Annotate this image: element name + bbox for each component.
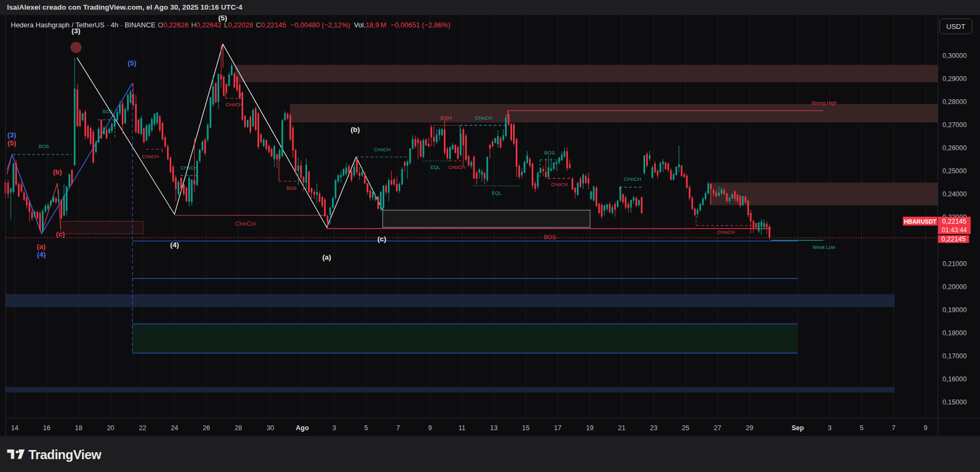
svg-text:01:43:44: 01:43:44 (942, 226, 967, 234)
svg-text:Hedera Hashgraph / TetherUS ·: Hedera Hashgraph / TetherUS · 4h · BINAN… (11, 21, 450, 29)
svg-text:23: 23 (650, 424, 657, 432)
svg-text:11: 11 (458, 424, 465, 432)
svg-text:BOS: BOS (286, 186, 296, 191)
svg-text:(a): (a) (36, 242, 46, 250)
svg-text:7: 7 (396, 424, 400, 432)
svg-text:0,21000: 0,21000 (942, 260, 967, 268)
svg-text:(4): (4) (170, 241, 179, 249)
svg-text:5: 5 (860, 424, 864, 432)
svg-text:9: 9 (428, 424, 432, 432)
svg-text:EQH: EQH (441, 115, 452, 121)
svg-text:15: 15 (522, 424, 530, 432)
svg-text:0,25000: 0,25000 (942, 167, 967, 175)
svg-text:0,26000: 0,26000 (942, 144, 967, 152)
svg-text:0,24000: 0,24000 (942, 190, 967, 198)
svg-text:(4): (4) (37, 250, 46, 259)
svg-text:(b): (b) (53, 168, 62, 176)
svg-text:CHoCH: CHoCH (475, 115, 493, 121)
svg-text:22: 22 (139, 424, 147, 432)
svg-text:0,27000: 0,27000 (942, 121, 967, 129)
svg-text:CHoCH: CHoCH (717, 229, 735, 235)
svg-text:CHoCH: CHoCH (448, 165, 465, 170)
svg-text:Weak Low: Weak Low (813, 245, 835, 250)
svg-text:0,16000: 0,16000 (942, 375, 967, 383)
svg-text:USDT: USDT (946, 23, 965, 31)
svg-text:27: 27 (714, 424, 721, 432)
svg-text:29: 29 (745, 424, 753, 432)
svg-text:17: 17 (554, 424, 561, 432)
svg-text:(b): (b) (350, 126, 360, 134)
svg-text:(c): (c) (56, 230, 65, 238)
svg-text:0,18000: 0,18000 (942, 329, 967, 337)
svg-text:0,22145: 0,22145 (941, 235, 966, 243)
svg-text:0,29000: 0,29000 (942, 75, 967, 83)
svg-text:BOS: BOS (103, 109, 113, 114)
svg-text:14: 14 (11, 424, 19, 432)
svg-text:28: 28 (235, 424, 242, 432)
svg-text:20: 20 (107, 424, 114, 432)
svg-text:CHoCH: CHoCH (235, 220, 255, 227)
svg-text:0,19000: 0,19000 (942, 306, 967, 314)
svg-text:(3): (3) (8, 131, 17, 139)
svg-text:CHoCH: CHoCH (142, 154, 158, 159)
svg-text:EQL: EQL (430, 165, 440, 170)
svg-text:0,22145: 0,22145 (942, 218, 967, 225)
svg-text:30: 30 (267, 424, 274, 432)
svg-text:0,17000: 0,17000 (942, 352, 967, 360)
svg-text:CHoCH: CHoCH (624, 176, 641, 182)
svg-text:CHoCH: CHoCH (180, 165, 197, 171)
svg-text:(5): (5) (128, 59, 137, 67)
svg-text:0,20000: 0,20000 (942, 283, 967, 291)
svg-text:0,28000: 0,28000 (942, 98, 967, 106)
svg-text:CHoCH: CHoCH (225, 102, 242, 107)
svg-text:BOS: BOS (39, 144, 49, 149)
svg-text:3: 3 (332, 424, 336, 432)
svg-text:(c): (c) (377, 235, 386, 243)
svg-text:18: 18 (75, 424, 83, 432)
svg-text:BOS: BOS (544, 150, 555, 156)
svg-text:5: 5 (364, 424, 368, 432)
svg-text:7: 7 (891, 424, 895, 432)
svg-text:0,15000: 0,15000 (942, 399, 967, 406)
svg-text:CHoCH: CHoCH (374, 147, 390, 152)
svg-text:HBARUSDT: HBARUSDT (904, 218, 937, 225)
svg-text:13: 13 (490, 424, 498, 432)
svg-text:Strong High: Strong High (811, 100, 837, 106)
svg-text:25: 25 (682, 424, 689, 432)
svg-text:(5): (5) (8, 139, 17, 147)
svg-text:24: 24 (171, 424, 178, 432)
svg-text:BOS: BOS (544, 234, 556, 240)
svg-text:19: 19 (586, 424, 594, 432)
svg-text:Ago: Ago (296, 424, 309, 432)
svg-text:Sep: Sep (792, 424, 804, 432)
svg-text:21: 21 (618, 424, 625, 432)
svg-text:EQL: EQL (492, 190, 501, 196)
svg-text:CHoCH: CHoCH (551, 182, 567, 187)
svg-text:26: 26 (203, 424, 210, 432)
svg-text:9: 9 (924, 424, 927, 432)
svg-text:3: 3 (828, 424, 831, 432)
svg-text:16: 16 (43, 424, 50, 432)
svg-text:0,30000: 0,30000 (942, 52, 967, 60)
svg-text:(a): (a) (323, 253, 332, 261)
